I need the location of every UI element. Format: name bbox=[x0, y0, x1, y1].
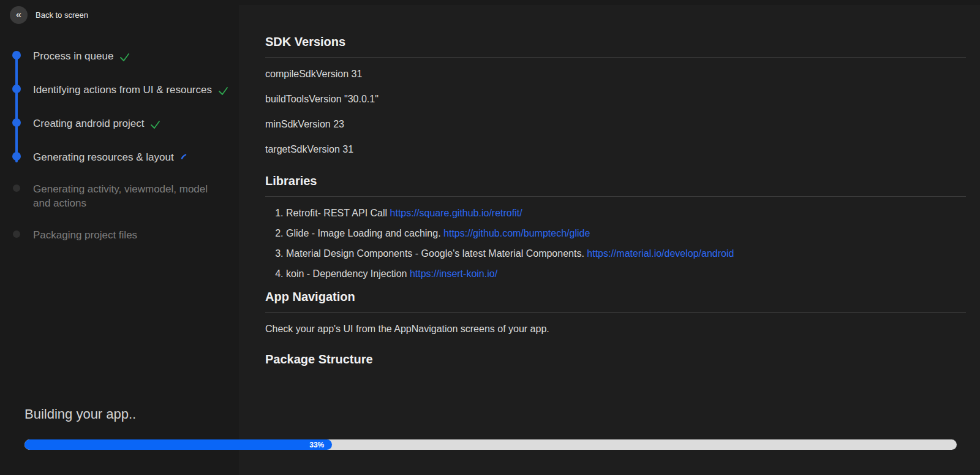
stepper-step: Creating android project bbox=[6, 116, 234, 132]
progress-percent-label: 33% bbox=[309, 441, 332, 449]
library-description: Retrofit- REST API Call bbox=[286, 208, 390, 218]
section-divider bbox=[265, 196, 966, 197]
library-link[interactable]: https://insert-koin.io/ bbox=[410, 268, 497, 279]
step-dot-icon bbox=[12, 118, 21, 127]
sdk-version-line: targetSdkVersion 31 bbox=[265, 143, 966, 156]
sdk-versions-heading: SDK Versions bbox=[265, 34, 966, 49]
library-link[interactable]: https://square.github.io/retrofit/ bbox=[390, 208, 522, 218]
step-dot-icon bbox=[12, 51, 21, 59]
back-button-label: Back to screen bbox=[36, 10, 88, 20]
step-dot-icon bbox=[12, 85, 21, 93]
step-label: Generating resources & layout bbox=[33, 150, 174, 164]
build-details-content: SDK Versions compileSdkVersion 31buildTo… bbox=[265, 0, 966, 367]
libraries-list: Retrofit- REST API Call https://square.g… bbox=[265, 207, 966, 280]
libraries-heading: Libraries bbox=[265, 173, 966, 188]
package-structure-heading: Package Structure bbox=[265, 352, 966, 367]
library-link[interactable]: https://material.io/develop/android bbox=[587, 248, 734, 259]
build-steps-stepper: Process in queueIdentifying actions from… bbox=[6, 49, 234, 260]
step-label: Packaging project files bbox=[33, 228, 137, 242]
library-list-item: Retrofit- REST API Call https://square.g… bbox=[286, 207, 966, 219]
spinner-icon bbox=[179, 152, 188, 163]
step-label: Identifying actions from UI & resources bbox=[33, 83, 212, 97]
sdk-version-lines: compileSdkVersion 31buildToolsVersion "3… bbox=[265, 68, 966, 156]
library-description: koin - Dependency Injection bbox=[286, 268, 410, 279]
app-navigation-body: Check your app's UI from the AppNavigati… bbox=[265, 323, 966, 335]
stepper-step: Generating resources & layout bbox=[6, 150, 234, 164]
section-divider bbox=[265, 312, 966, 313]
build-progress-fill: 33% bbox=[24, 439, 332, 450]
step-dot-icon bbox=[12, 152, 21, 161]
step-label: Process in queue bbox=[33, 49, 113, 63]
stepper-step: Identifying actions from UI & resources bbox=[6, 83, 234, 99]
chevrons-left-icon: « bbox=[10, 6, 28, 24]
build-progress-bar: 33% bbox=[24, 439, 957, 450]
library-list-item: Material Design Components - Google's la… bbox=[286, 248, 966, 260]
sdk-version-line: compileSdkVersion 31 bbox=[265, 68, 966, 80]
step-label: Creating android project bbox=[33, 116, 144, 131]
app-navigation-heading: App Navigation bbox=[265, 289, 966, 304]
back-to-screen-button[interactable]: « Back to screen bbox=[10, 6, 88, 24]
stepper-step: Generating activity, viewmodel, model an… bbox=[6, 182, 234, 210]
build-status-text: Building your app.. bbox=[24, 406, 136, 422]
section-divider bbox=[265, 57, 966, 58]
stepper-step: Packaging project files bbox=[6, 228, 234, 242]
library-list-item: Glide - Image Loading and caching. https… bbox=[286, 227, 966, 240]
library-link[interactable]: https://github.com/bumptech/glide bbox=[443, 228, 590, 238]
library-description: Glide - Image Loading and caching. bbox=[286, 228, 443, 238]
step-dot-icon bbox=[13, 184, 20, 192]
check-icon bbox=[217, 85, 229, 99]
library-description: Material Design Components - Google's la… bbox=[286, 248, 587, 259]
stepper-progress-rail bbox=[15, 54, 18, 162]
library-list-item: koin - Dependency Injection https://inse… bbox=[286, 268, 966, 280]
step-label: Generating activity, viewmodel, model an… bbox=[33, 182, 224, 210]
sdk-version-line: minSdkVersion 23 bbox=[265, 118, 966, 131]
step-dot-icon bbox=[13, 230, 20, 238]
sdk-version-line: buildToolsVersion "30.0.1" bbox=[265, 93, 966, 105]
stepper-step: Process in queue bbox=[6, 49, 234, 65]
check-icon bbox=[149, 118, 161, 132]
check-icon bbox=[119, 51, 130, 65]
